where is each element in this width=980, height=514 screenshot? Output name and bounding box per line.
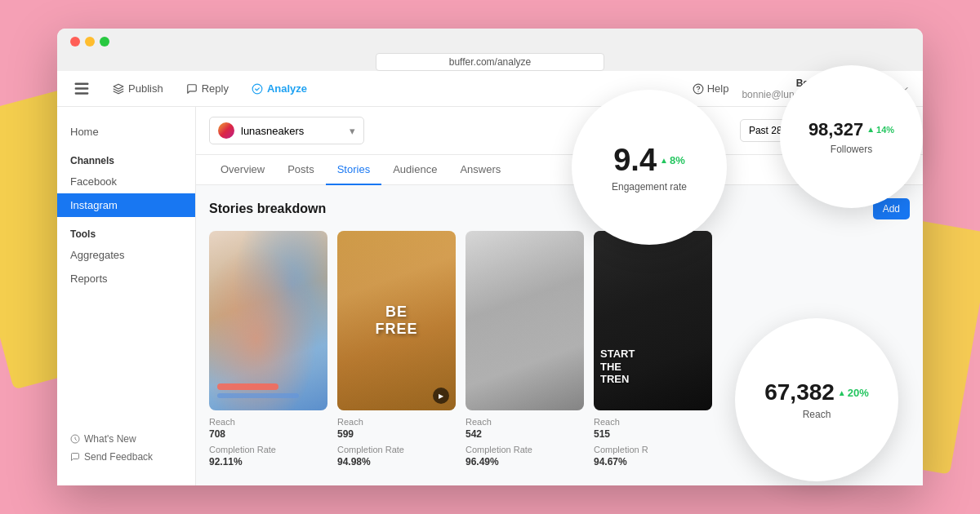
engagement-rate-bubble: 9.4 ▲ 8% Engagement rate [572,90,727,245]
address-bar[interactable]: buffer.com/analyze [376,53,604,71]
followers-label: Followers [831,144,872,155]
feedback-icon [70,452,80,462]
engagement-label: Engagement rate [612,181,687,193]
followers-trend: ▲ 14% [866,125,894,135]
nav-logo-icon [70,78,93,100]
stories-header: Stories breakdown Add [209,198,910,219]
story-2-completion-value: 94.98% [337,456,456,467]
reach-trend: ▲ 20% [838,387,869,399]
sidebar-wrapper: Home Channels Facebook Instagram Tools A… [57,120,195,472]
sidebar-item-facebook[interactable]: Facebook [57,170,195,193]
tab-posts[interactable]: Posts [276,155,326,185]
story-3-completion-label: Completion Rate [466,445,584,454]
story-card-1: Reach 708 Completion Rate 92.11% [209,231,327,472]
story-4-completion-row: Completion R 94.67% [594,445,712,467]
story-thumb-1 [209,231,327,410]
browser-chrome: buffer.com/analyze [57,29,923,71]
story-4-completion-label: Completion R [594,445,712,454]
sidebar-footer: What's New Send Feedback [57,423,195,472]
engagement-trend-arrow-icon: ▲ [660,156,668,165]
story-2-reach-row: Reach 599 [337,417,456,440]
sidebar-tools-section: Tools [57,220,195,243]
story-thumb-2: BE FREE ▶ [337,231,456,410]
sidebar-instagram-label: Instagram [70,199,118,211]
tab-answers[interactable]: Answers [448,155,512,185]
reply-icon [186,83,198,95]
story-3-reach-row: Reach 542 [466,417,584,440]
story-1-reach-label: Reach [209,417,327,427]
story-4-reach-row: Reach 515 [594,417,712,440]
sidebar-item-reports[interactable]: Reports [57,267,195,290]
help-icon [693,83,704,95]
story-2-reach-label: Reach [337,417,456,427]
story-2-completion-row: Completion Rate 94.98% [337,445,456,467]
publish-label: Publish [128,82,163,95]
reach-trend-value: 20% [848,387,869,399]
svg-point-3 [252,84,262,94]
channel-selector[interactable]: lunasneakers ▾ [209,117,364,144]
tab-audience[interactable]: Audience [381,155,448,185]
story-2-reach-value: 599 [337,428,456,440]
followers-trend-value: 14% [876,125,894,135]
sidebar-facebook-label: Facebook [70,175,117,188]
publish-icon [113,83,124,95]
reach-bubble: 67,382 ▲ 20% Reach [735,318,898,481]
story-1-reach-value: 708 [209,428,327,440]
sidebar-home-label: Home [70,126,99,138]
help-label: Help [707,82,729,95]
reach-trend-arrow-icon: ▲ [838,388,846,397]
story-1-completion-row: Completion Rate 92.11% [209,445,327,467]
svg-rect-2 [75,92,89,95]
sidebar: Home Channels Facebook Instagram Tools A… [57,107,196,485]
send-feedback-link[interactable]: Send Feedback [70,451,182,463]
sidebar-aggregates-label: Aggregates [70,249,125,261]
story-3-completion-value: 96.49% [466,456,584,467]
be-free-text: BE FREE [367,304,426,338]
reach-label: Reach [803,409,831,420]
tab-stories[interactable]: Stories [326,155,381,185]
svg-rect-0 [75,82,89,85]
browser-dots [70,37,910,47]
story-thumb-4: STARTTHETREN [594,231,712,410]
story-4-reach-label: Reach [594,417,712,427]
tab-overview[interactable]: Overview [209,155,276,185]
story-2-video-icon: ▶ [433,388,449,404]
analyze-nav-button[interactable]: Analyze [242,78,317,100]
minimize-dot[interactable] [85,37,95,47]
sidebar-reports-label: Reports [70,273,108,285]
story-1-reach-row: Reach 708 [209,417,327,440]
engagement-value: 9.4 [613,143,657,178]
whats-new-link[interactable]: What's New [70,433,182,445]
sidebar-item-instagram[interactable]: Instagram [57,193,195,217]
story-4-overlay-text: STARTTHETREN [600,348,635,386]
story-1-completion-label: Completion Rate [209,445,327,454]
publish-nav-button[interactable]: Publish [103,78,173,100]
sidebar-item-home[interactable]: Home [57,120,195,144]
close-dot[interactable] [70,37,80,47]
engagement-trend: ▲ 8% [660,154,685,166]
sidebar-channels-section: Channels [57,147,195,170]
sidebar-item-aggregates[interactable]: Aggregates [57,243,195,267]
story-card-4: STARTTHETREN Reach 515 Completion R 94.6… [594,231,712,472]
story-4-completion-value: 94.67% [594,456,712,467]
reach-value: 67,382 [764,379,835,405]
story-3-reach-value: 542 [466,428,584,440]
story-card-3: Reach 542 Completion Rate 96.49% [466,231,584,472]
maximize-dot[interactable] [100,37,109,47]
story-3-reach-label: Reach [466,417,584,427]
reply-nav-button[interactable]: Reply [176,78,238,100]
story-card-2: BE FREE ▶ Reach 599 Completion Rate 94.9… [337,231,456,472]
channel-name: lunasneakers [241,125,304,137]
story-1-completion-value: 92.11% [209,456,327,467]
story-3-completion-row: Completion Rate 96.49% [466,445,584,467]
reply-label: Reply [202,82,229,95]
followers-bubble: 98,327 ▲ 14% Followers [780,65,923,208]
analyze-label: Analyze [267,82,307,95]
followers-trend-arrow-icon: ▲ [866,125,875,134]
send-feedback-label: Send Feedback [84,451,153,463]
instagram-channel-icon [218,122,234,139]
story-2-completion-label: Completion Rate [337,445,456,454]
whats-new-label: What's New [84,433,136,445]
help-button[interactable]: Help [693,82,729,95]
story-thumb-3 [466,231,584,410]
